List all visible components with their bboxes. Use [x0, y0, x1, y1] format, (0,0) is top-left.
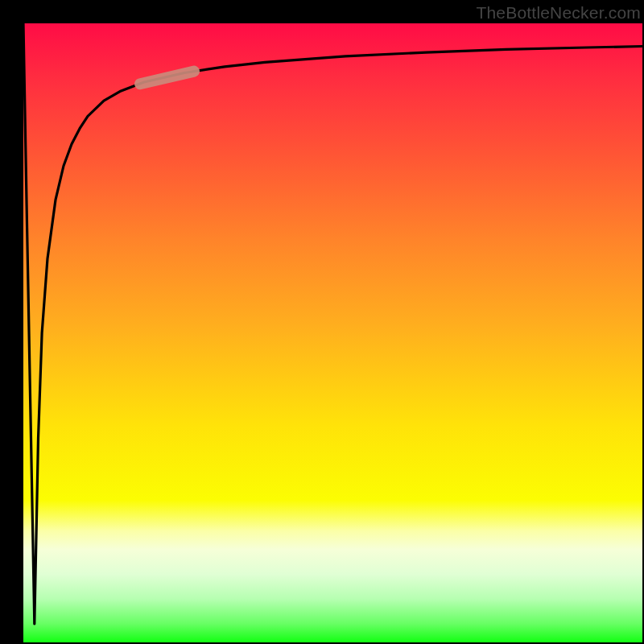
highlight-segment — [140, 72, 194, 85]
curve-layer — [23, 23, 642, 642]
chart-frame: TheBottleNecker.com — [0, 0, 644, 644]
main-curve — [23, 23, 642, 624]
watermark-text: TheBottleNecker.com — [476, 3, 641, 23]
